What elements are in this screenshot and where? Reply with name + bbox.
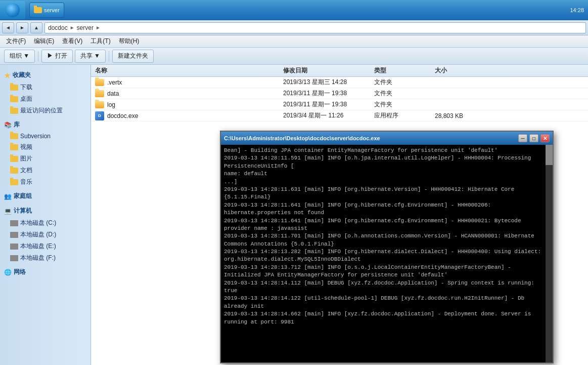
table-row[interactable]: .vertx 2019/3/13 星期三 14:28 文件夹 xyxy=(91,77,588,88)
sidebar-item-desktop[interactable]: 桌面 xyxy=(0,93,91,105)
sidebar-item-drive-e[interactable]: 本地磁盘 (E:) xyxy=(0,240,91,252)
col-header-type[interactable]: 类型 xyxy=(374,66,435,75)
sidebar-header-homegroup[interactable]: 👥 家庭组 xyxy=(0,190,91,202)
console-line: 2019-03-13 14:28:13.282 [main] INFO [org… xyxy=(224,248,550,264)
download-label: 下载 xyxy=(20,83,32,92)
console-line: 2019-03-13 14:28:11.641 [main] INFO [org… xyxy=(224,217,550,233)
drive-c-label: 本地磁盘 (C:) xyxy=(20,219,56,227)
open-button[interactable]: ▶ 打开 xyxy=(41,50,72,63)
console-titlebar: C:\Users\Administrator\Desktop\docdoc\se… xyxy=(221,132,553,145)
path-arrow-1: ► xyxy=(70,25,75,30)
sidebar-header-favorites[interactable]: ★ 收藏夹 xyxy=(0,69,91,82)
taskbar-item-server[interactable]: server xyxy=(29,3,64,18)
console-line: 2019-03-13 14:28:13.712 [main] INFO [o.s… xyxy=(224,264,550,279)
sidebar-header-library[interactable]: 📚 库 xyxy=(0,118,91,131)
address-bar: ◄ ► ▲ docdoc ► server ► xyxy=(0,20,588,35)
sidebar-item-subversion[interactable]: Subversion xyxy=(0,131,91,141)
address-path[interactable]: docdoc ► server ► xyxy=(44,22,586,33)
minimize-button[interactable]: ─ xyxy=(518,134,527,142)
doc-label: 文档 xyxy=(20,166,32,175)
console-line: 2019-03-13 14:28:11.701 [main] INFO [o.h… xyxy=(224,232,550,248)
console-scrollbar[interactable] xyxy=(546,145,553,362)
sidebar-item-drive-f[interactable]: 本地磁盘 (F:) xyxy=(0,252,91,264)
taskbar-top: server 14:28 xyxy=(0,0,588,20)
music-label: 音乐 xyxy=(20,178,32,186)
start-button[interactable] xyxy=(0,1,25,19)
sidebar-section-favorites: ★ 收藏夹 下载 桌面 最近访问的位置 xyxy=(0,69,91,116)
video-label: 视频 xyxy=(20,143,32,151)
file-date-docdoc: 2019/3/4 星期一 11:26 xyxy=(283,111,374,120)
sidebar-item-download[interactable]: 下载 xyxy=(0,82,91,93)
recent-label: 最近访问的位置 xyxy=(20,106,63,115)
drive-d-icon xyxy=(10,232,18,238)
forward-button[interactable]: ► xyxy=(16,22,28,33)
drive-f-label: 本地磁盘 (F:) xyxy=(20,254,56,262)
organize-button[interactable]: 组织 ▼ xyxy=(4,50,35,63)
console-line: Bean] - Building JPA container EntityMan… xyxy=(224,147,550,154)
console-line: 2019-03-13 14:28:14.662 [main] INFO [xyz… xyxy=(224,310,550,326)
folder-icon-video xyxy=(10,144,18,150)
network-label: 网络 xyxy=(14,268,26,276)
path-docdoc: docdoc xyxy=(48,24,68,31)
sidebar-header-network[interactable]: 🌐 网络 xyxy=(0,266,91,278)
file-type-log: 文件夹 xyxy=(374,100,435,109)
console-line: 2019-03-13 14:28:14.122 [util-schedule-p… xyxy=(224,295,550,310)
col-header-date[interactable]: 修改日期 xyxy=(283,66,374,75)
back-button[interactable]: ◄ xyxy=(2,22,14,33)
toolbar-sep-2 xyxy=(109,51,109,61)
console-line: name: default xyxy=(224,170,550,178)
menu-help[interactable]: 帮助(H) xyxy=(115,36,144,47)
menu-bar: 文件(F) 编辑(E) 查看(V) 工具(T) 帮助(H) xyxy=(0,35,588,48)
menu-edit[interactable]: 编辑(E) xyxy=(30,36,58,47)
sidebar-item-drive-d[interactable]: 本地磁盘 (D:) xyxy=(0,229,91,240)
sidebar-item-doc[interactable]: 文档 xyxy=(0,165,91,176)
folder-icon-desktop xyxy=(10,96,18,102)
sidebar-item-video[interactable]: 视频 xyxy=(0,141,91,153)
file-name-data: data xyxy=(107,90,119,97)
file-date-log: 2019/3/11 星期一 19:38 xyxy=(283,100,374,109)
table-row[interactable]: data 2019/3/11 星期一 19:38 文件夹 xyxy=(91,88,588,99)
sidebar-item-drive-c[interactable]: 本地磁盘 (C:) xyxy=(0,217,91,229)
sidebar-section-computer: 💻 计算机 本地磁盘 (C:) 本地磁盘 (D:) 本地磁盘 (E:) 本地磁盘… xyxy=(0,205,91,264)
sidebar-item-recent[interactable]: 最近访问的位置 xyxy=(0,105,91,116)
app-icon-docdoc: D xyxy=(95,111,104,120)
up-button[interactable]: ▲ xyxy=(30,22,42,33)
sidebar-item-image[interactable]: 图片 xyxy=(0,153,91,165)
file-list-header: 名称 修改日期 类型 大小 xyxy=(91,65,588,77)
col-header-size[interactable]: 大小 xyxy=(435,66,485,75)
menu-file[interactable]: 文件(F) xyxy=(2,36,30,47)
table-row[interactable]: D docdoc.exe 2019/3/4 星期一 11:26 应用程序 28,… xyxy=(91,110,588,121)
console-line: 2019-03-13 14:28:11.641 [main] INFO [org… xyxy=(224,201,550,217)
table-row[interactable]: log 2019/3/11 星期一 19:38 文件夹 xyxy=(91,99,588,110)
favorites-label: 收藏夹 xyxy=(13,71,31,79)
homegroup-icon: 👥 xyxy=(4,193,12,200)
console-line: 2019-03-13 14:28:11.631 [main] INFO [org… xyxy=(224,186,550,201)
folder-icon-image xyxy=(10,156,18,162)
share-button[interactable]: 共享 ▼ xyxy=(75,50,106,63)
folder-icon-music xyxy=(10,179,18,185)
folder-icon-vertx xyxy=(95,79,104,86)
sidebar-section-network: 🌐 网络 xyxy=(0,266,91,278)
toolbar: 组织 ▼ ▶ 打开 共享 ▼ 新建文件夹 xyxy=(0,48,588,65)
menu-view[interactable]: 查看(V) xyxy=(58,36,86,47)
file-name-vertx: .vertx xyxy=(107,79,122,86)
taskbar-clock: 14:28 xyxy=(566,7,588,13)
console-scroll-thumb[interactable] xyxy=(546,145,553,165)
computer-label: 计算机 xyxy=(14,207,32,215)
folder-icon-subversion xyxy=(10,133,18,139)
sidebar-header-computer[interactable]: 💻 计算机 xyxy=(0,205,91,217)
folder-icon-taskbar xyxy=(34,7,42,13)
sidebar-item-music[interactable]: 音乐 xyxy=(0,176,91,188)
folder-icon-log xyxy=(95,101,104,108)
sidebar: ★ 收藏夹 下载 桌面 最近访问的位置 📚 库 Sub xyxy=(0,65,91,365)
newfolder-button[interactable]: 新建文件夹 xyxy=(112,50,154,63)
drive-e-label: 本地磁盘 (E:) xyxy=(20,242,56,251)
console-line: 2019-03-13 14:28:11.591 [main] INFO [o.h… xyxy=(224,154,550,170)
console-body[interactable]: Bean] - Building JPA container EntityMan… xyxy=(221,145,553,362)
close-button[interactable]: ✕ xyxy=(540,134,550,142)
maximize-button[interactable]: □ xyxy=(529,134,538,142)
menu-tools[interactable]: 工具(T) xyxy=(86,36,114,47)
col-header-name[interactable]: 名称 xyxy=(91,66,283,75)
star-icon: ★ xyxy=(4,71,11,79)
file-type-vertx: 文件夹 xyxy=(374,78,435,87)
